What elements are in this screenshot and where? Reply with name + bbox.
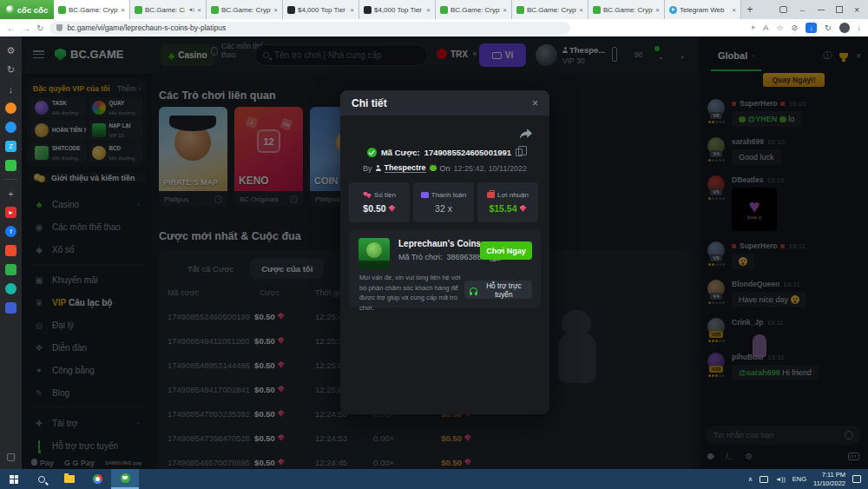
browser-tab[interactable]: BC.Game: Crypto × (207, 0, 283, 19)
tab-close-icon[interactable]: × (197, 6, 201, 14)
tab-title: BC.Game: Crypto (450, 6, 500, 14)
game-thumbnail[interactable] (358, 238, 390, 269)
copy-icon[interactable] (516, 149, 523, 156)
telegram-favicon (669, 6, 677, 14)
store-icon[interactable] (5, 264, 16, 275)
action-center-icon[interactable] (852, 475, 861, 483)
download-tray-icon[interactable]: ↓ (5, 83, 16, 95)
minimize-icon[interactable] (818, 10, 825, 10)
bookmark-star-icon[interactable]: ☆ (776, 23, 783, 32)
on-label: On (440, 164, 450, 173)
adblock-icon[interactable]: ⊘ (791, 23, 798, 32)
browser-side-strip: ⚙ ↻ ↓ Z + ▸ f ▢ (0, 36, 22, 469)
window-restore-arrow-icon[interactable]: ← (799, 5, 806, 14)
tray-expand-icon[interactable]: ∧ (748, 475, 753, 483)
reload-icon[interactable]: ↻ (36, 23, 43, 33)
zalo-icon[interactable]: Z (5, 141, 16, 152)
coccoc-brand-button[interactable]: cốc cốc (0, 0, 54, 19)
coccoc-taskbar-icon[interactable] (111, 469, 139, 489)
live-support-button[interactable]: Hỗ trợ trực tuyến (464, 281, 532, 299)
tab-close-icon[interactable]: × (655, 6, 660, 14)
tab-close-icon[interactable]: × (273, 6, 278, 14)
bcgame-favicon (58, 6, 66, 14)
start-button[interactable] (0, 469, 28, 489)
tab-close-icon[interactable]: × (426, 6, 431, 14)
fire-icon[interactable] (5, 102, 16, 114)
bcgame-favicon (593, 6, 601, 14)
browser-tab[interactable]: BC.Game: Cry ◄) × (130, 0, 207, 19)
add-icon[interactable]: + (751, 23, 755, 32)
network-icon[interactable] (760, 476, 768, 483)
language-indicator[interactable]: ENG (792, 475, 806, 483)
download-manager-icon[interactable]: ↓ (806, 23, 817, 33)
tab-close-icon[interactable]: × (503, 6, 507, 14)
history-icon[interactable]: ↻ (5, 64, 16, 76)
new-tab-button[interactable]: + (741, 0, 759, 19)
briefcase-icon (487, 192, 495, 198)
url-field[interactable]: bc.game/vi/game/leprechaun-s-coins-by-pl… (49, 22, 570, 35)
facebook-icon[interactable]: f (5, 226, 16, 237)
headset-icon (470, 287, 477, 293)
tab-close-icon[interactable]: × (579, 6, 583, 14)
windows-taskbar: ∧ ◄)) ENG 7:11 PM 11/10/2022 (0, 469, 868, 489)
chrome-icon[interactable] (83, 469, 111, 489)
games-icon[interactable] (5, 160, 16, 171)
tab-audio-icon[interactable]: ◄) (187, 7, 194, 12)
taskbar-search-icon[interactable] (28, 469, 56, 489)
clock-time: 7:11 PM (822, 471, 845, 479)
token-gem-icon (389, 205, 396, 212)
site-security-icon[interactable] (56, 24, 62, 31)
tab-search-icon[interactable] (779, 6, 787, 13)
browser-tab[interactable]: $4,000 Top Tier F × (283, 0, 359, 19)
site-favicon (364, 6, 372, 14)
share-icon[interactable] (520, 129, 532, 141)
back-icon[interactable]: ← (7, 23, 16, 33)
url-text: bc.game/vi/game/leprechaun-s-coins-by-pl… (67, 23, 226, 32)
bet-id-row: Mã Cược: 1749085524605001991 (340, 148, 549, 157)
downloads-icon[interactable]: ↓ (858, 23, 862, 32)
player-name[interactable]: Thespectre (385, 163, 426, 173)
tab-title: BC.Game: Crypto (221, 6, 271, 14)
frog-emoji-icon (430, 165, 437, 171)
youtube-icon[interactable]: ▸ (5, 207, 16, 218)
tab-close-icon[interactable]: × (350, 6, 354, 14)
browser-tab[interactable]: BC.Game: Crypto × (436, 0, 512, 19)
forward-icon[interactable]: → (22, 23, 30, 33)
translate-icon[interactable]: A (763, 23, 768, 32)
play-now-button[interactable]: Chơi Ngay (480, 241, 532, 260)
volume-icon[interactable]: ◄)) (775, 476, 786, 482)
browser-tab[interactable]: BC.Game: Crypto × (54, 0, 130, 19)
file-explorer-icon[interactable] (56, 469, 83, 489)
modal-close-icon[interactable]: × (532, 97, 538, 109)
modal-title: Chi tiết (352, 97, 387, 109)
add-shortcut-icon[interactable]: + (5, 188, 16, 199)
taskbar-clock[interactable]: 7:11 PM 11/10/2022 (813, 471, 845, 488)
bet-by-row: By Thespectre On 12:25:42, 10/11/2022 (340, 163, 549, 173)
verified-check-icon (367, 148, 377, 157)
close-window-icon[interactable]: × (854, 5, 859, 15)
flag-icon[interactable] (5, 302, 16, 314)
address-bar-actions: + A ☆ ⊘ ↓ ↻ ↓ (751, 23, 861, 33)
stat-profit: Lợi nhuận $15.54 (477, 182, 538, 222)
browser-tab[interactable]: $4,000 Top Tier F × (359, 0, 436, 19)
tab-close-icon[interactable]: × (121, 6, 125, 14)
browser-tab[interactable]: BC.Game: Crypto × (512, 0, 589, 19)
messenger-icon[interactable] (5, 122, 16, 133)
screen-capture-icon[interactable]: ▢ (5, 451, 16, 462)
maximize-icon[interactable] (836, 6, 843, 13)
clock-date: 11/10/2022 (813, 479, 845, 487)
browser-tab[interactable]: Telegram Web × (665, 0, 741, 19)
profile-avatar[interactable] (839, 23, 850, 33)
shopee-icon[interactable] (5, 245, 16, 256)
browser-tab[interactable]: BC.Game: Crypto × (589, 0, 665, 19)
tab-title: Telegram Web (680, 6, 729, 14)
browser-address-bar: ← → ↻ bc.game/vi/game/leprechaun-s-coins… (0, 19, 868, 36)
screen: cốc cốc BC.Game: Crypto × BC.Game: Cry ◄… (0, 0, 868, 489)
tab-close-icon[interactable]: × (732, 6, 736, 14)
tiktok-icon[interactable] (5, 283, 16, 294)
game-info-panel: Leprechaun's Coins Mã Trò chơi: 38696388… (349, 229, 541, 307)
gear-icon[interactable]: ⚙ (5, 45, 16, 56)
support-text: Mọi vấn đề, xin vui lòng liên hệ với bộ … (359, 273, 467, 313)
sync-icon[interactable]: ↻ (825, 23, 832, 32)
tab-title: BC.Game: Cry (145, 6, 185, 14)
